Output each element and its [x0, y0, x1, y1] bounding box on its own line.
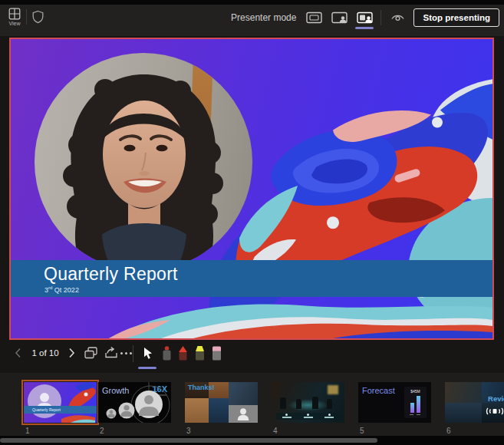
filmstrip-scrollbar-thumb[interactable] — [0, 438, 377, 443]
topbar-right-cluster: Presenter mode — [231, 6, 499, 29]
pen-tool[interactable] — [176, 341, 189, 365]
figure-silhouette — [312, 397, 318, 409]
content-only-mode-icon[interactable] — [305, 9, 323, 26]
grid-view-icon — [7, 8, 22, 20]
preview-eye-icon[interactable] — [388, 9, 407, 26]
presenter-webcam-circle — [35, 53, 252, 271]
reporter-mode-icon[interactable] — [355, 9, 374, 26]
top-toolbar: View Presenter mode — [0, 0, 504, 36]
mini-chart-panel: $45M — [404, 387, 427, 418]
photo-cell — [229, 382, 258, 405]
slide-number: 1 — [25, 427, 30, 435]
photo-cell — [445, 403, 482, 423]
photo-cell — [185, 398, 209, 423]
slide-counter: 1 of 10 — [28, 341, 63, 365]
window-top-strip — [0, 0, 504, 5]
bright-window — [328, 385, 338, 394]
growth-circles-art — [98, 382, 171, 423]
figure-silhouette — [327, 399, 332, 409]
photo-cell — [209, 398, 229, 423]
photo-cell — [445, 382, 482, 403]
thumb-title: Review — [488, 394, 504, 403]
goto-slide-icon[interactable] — [83, 341, 98, 365]
laser-pointer-tool[interactable] — [160, 341, 173, 365]
figure-silhouette — [296, 399, 301, 409]
presenter-portrait — [35, 53, 252, 271]
slide-number: 6 — [446, 427, 451, 435]
slide-number: 4 — [273, 427, 278, 435]
slide-subtitle: 3rd Qt 2022 — [44, 285, 79, 294]
shield-icon[interactable] — [31, 10, 44, 27]
slide-number: 2 — [100, 427, 104, 435]
slide-thumbnail-6[interactable]: Review — [445, 382, 504, 423]
slide-thumbnail-1[interactable]: Quarterly Report — [24, 382, 97, 423]
presented-slide: Quarterly Report 3rd Qt 2022 — [9, 38, 494, 340]
view-button[interactable]: View — [7, 8, 22, 26]
stop-presenting-button[interactable]: Stop presenting — [413, 8, 499, 27]
slide-thumbnail-3[interactable]: Thanks! — [185, 382, 258, 423]
slide-filmstrip: Quarterly Report 1 Growth 16X 2 — [0, 373, 504, 436]
thumb-title: Thanks! — [188, 384, 215, 391]
mini-title-banner: Quarterly Report — [24, 406, 97, 414]
view-button-label: View — [7, 21, 22, 26]
figure-silhouette — [280, 397, 286, 409]
slide-title: Quarterly Report — [44, 264, 178, 285]
slide-number: 3 — [186, 427, 191, 435]
person-silhouette-icon — [237, 407, 249, 420]
cursor-tool[interactable] — [140, 341, 155, 365]
eraser-tool[interactable] — [210, 341, 222, 365]
next-slide-button[interactable] — [66, 341, 77, 365]
presenter-mode-label: Presenter mode — [231, 12, 296, 23]
toolbar-separator — [26, 9, 27, 25]
filmstrip-scrollbar-track — [0, 436, 504, 445]
controls-separator — [133, 345, 133, 362]
thumb-title: Forecast — [362, 386, 395, 395]
previous-slide-button[interactable] — [12, 341, 23, 365]
slide-thumbnail-4[interactable] — [272, 382, 344, 423]
mini-menu-bar — [276, 413, 341, 420]
teal-glow — [288, 399, 328, 411]
slide-number: 5 — [360, 427, 364, 435]
standout-mode-icon[interactable] — [330, 9, 348, 26]
toolbar-separator — [380, 10, 381, 25]
slide-title-banner: Quarterly Report 3rd Qt 2022 — [11, 260, 492, 297]
presenter-control-bar: 1 of 10 — [0, 341, 504, 371]
person-video-tile — [229, 405, 258, 423]
slide-thumbnail-5[interactable]: Forecast $45M — [358, 382, 431, 423]
chart-value-label: $45M — [404, 389, 427, 394]
mini-artwork — [60, 382, 97, 423]
highlighter-tool[interactable] — [193, 341, 206, 365]
audio-speaker-icon — [485, 406, 504, 420]
slide-thumbnail-2[interactable]: Growth 16X — [98, 382, 171, 423]
